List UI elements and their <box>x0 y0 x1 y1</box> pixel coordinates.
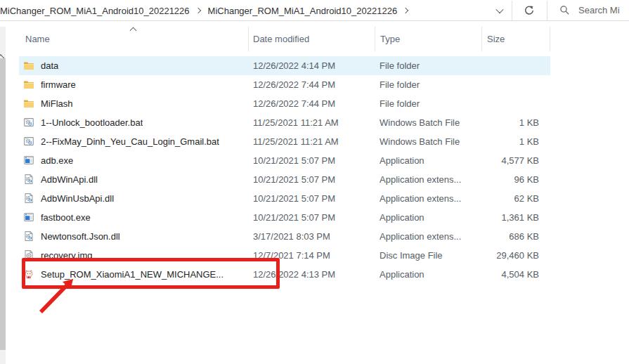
file-size: 96 KB <box>462 170 545 189</box>
scrollbar-thumb[interactable] <box>0 58 6 350</box>
file-name: MiFlash <box>41 94 73 113</box>
file-name: adb.exe <box>41 151 73 170</box>
dll-icon <box>23 193 34 204</box>
file-date: 10/21/2021 5:07 PM <box>253 151 335 170</box>
file-type: Windows Batch File <box>380 113 460 132</box>
search-box[interactable]: Search Mi <box>547 0 629 20</box>
file-size: 29,460 KB <box>462 246 545 265</box>
dll-icon <box>23 230 34 242</box>
search-input[interactable]: Search Mi <box>578 5 620 15</box>
file-name: 1--Unlock_bootloader.bat <box>41 113 143 132</box>
file-row[interactable]: firmware12/26/2022 7:44 PMFile folder <box>19 75 550 94</box>
file-row[interactable]: 1--Unlock_bootloader.bat11/25/2021 11:21… <box>19 113 550 132</box>
file-row[interactable]: adb.exe10/21/2021 5:07 PMApplication4,57… <box>19 151 550 170</box>
dll-icon <box>23 174 34 185</box>
file-size: 4,504 KB <box>462 265 545 284</box>
file-type: Disc Image File <box>380 246 443 265</box>
file-row[interactable]: Newtonsoft.Json.dll3/17/2021 8:03 PMAppl… <box>19 227 550 246</box>
file-type: Application <box>380 151 424 170</box>
file-type: File folder <box>380 94 420 113</box>
disc-image-icon <box>23 249 34 261</box>
file-size: 62 KB <box>462 189 545 208</box>
file-date: 12/26/2022 7:44 PM <box>253 94 335 113</box>
search-icon <box>559 5 570 15</box>
file-date: 10/21/2021 5:07 PM <box>253 208 335 227</box>
file-date: 12/26/2022 4:14 PM <box>253 56 335 75</box>
file-name: firmware <box>41 75 76 94</box>
file-type: Application <box>380 265 424 284</box>
file-size: 1 KB <box>462 132 545 151</box>
file-date: 12/26/2022 7:44 PM <box>253 75 335 94</box>
file-name: data <box>41 56 58 75</box>
file-type: File folder <box>380 56 420 75</box>
application-icon <box>23 212 34 223</box>
file-size: 1,361 KB <box>462 208 545 227</box>
file-name: Setup_ROM_XiaomiA1_NEW_MICHANGE... <box>41 265 223 284</box>
folder-icon <box>23 79 34 90</box>
file-date: 12/7/2021 7:14 PM <box>253 246 330 265</box>
setup-cat-icon <box>23 268 34 280</box>
file-name: recovery.img <box>41 246 92 265</box>
file-row[interactable]: Setup_ROM_XiaomiA1_NEW_MICHANGE...12/26/… <box>19 265 550 284</box>
file-name: fastboot.exe <box>41 208 91 227</box>
file-row[interactable]: fastboot.exe10/21/2021 5:07 PMApplicatio… <box>19 208 550 227</box>
batch-file-icon <box>23 117 34 128</box>
file-type: Application extens... <box>380 170 461 189</box>
file-type: File folder <box>380 75 420 94</box>
file-type: Application extens... <box>380 189 461 208</box>
file-size: 1 KB <box>462 113 545 132</box>
file-row[interactable]: AdbWinApi.dll10/21/2021 5:07 PMApplicati… <box>19 170 550 189</box>
scrollbar[interactable] <box>0 27 6 364</box>
file-list: data12/26/2022 4:14 PMFile folderfirmwar… <box>19 0 550 364</box>
file-size: 4,577 KB <box>462 151 545 170</box>
file-date: 12/26/2022 4:13 PM <box>253 265 335 284</box>
file-date: 11/25/2021 11:21 AM <box>253 132 339 151</box>
file-date: 11/25/2021 11:21 AM <box>253 113 339 132</box>
file-row[interactable]: 2--FixMay_Dinh_Yeu_Cau_Login_Gmail.bat11… <box>19 132 550 151</box>
file-date: 3/17/2021 8:03 PM <box>253 227 330 246</box>
file-row[interactable]: recovery.img12/7/2021 7:14 PMDisc Image … <box>19 246 550 265</box>
file-explorer-window: MiChanger_ROM_MiA1_Android10_20221226 Mi… <box>0 0 629 364</box>
file-type: Application extens... <box>380 227 461 246</box>
file-size: 686 KB <box>462 227 545 246</box>
file-row[interactable]: MiFlash12/26/2022 7:44 PMFile folder <box>19 94 550 113</box>
file-type: Application <box>380 208 424 227</box>
folder-icon <box>23 60 34 71</box>
file-date: 10/21/2021 5:07 PM <box>253 170 335 189</box>
file-name: 2--FixMay_Dinh_Yeu_Cau_Login_Gmail.bat <box>41 132 219 151</box>
folder-icon <box>23 98 34 109</box>
file-row[interactable]: data12/26/2022 4:14 PMFile folder <box>19 56 550 75</box>
file-date: 10/21/2021 5:07 PM <box>253 189 335 208</box>
file-name: Newtonsoft.Json.dll <box>41 227 120 246</box>
file-row[interactable]: AdbWinUsbApi.dll10/21/2021 5:07 PMApplic… <box>19 189 550 208</box>
file-name: AdbWinUsbApi.dll <box>41 189 114 208</box>
batch-file-icon <box>23 136 34 147</box>
file-type: Windows Batch File <box>380 132 460 151</box>
application-icon <box>23 155 34 166</box>
file-name: AdbWinApi.dll <box>41 170 98 189</box>
